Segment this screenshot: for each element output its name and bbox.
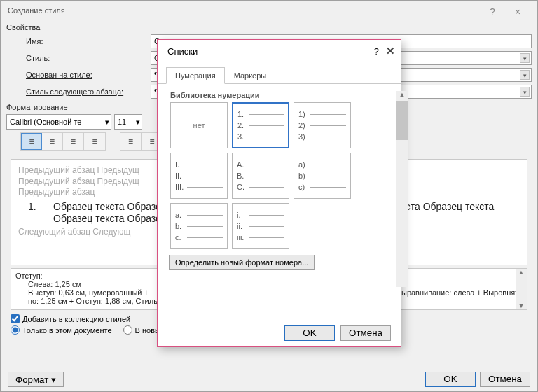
create-style-dialog: Создание стиля ? × Свойства Имя: Стиль: … xyxy=(0,0,538,392)
based-on-label: Основан на стиле: xyxy=(6,71,146,79)
chevron-down-icon: ▾ xyxy=(520,87,530,97)
lists-tabs: Нумерация Маркеры xyxy=(158,66,401,84)
format-menu-button[interactable]: Формат ▾ xyxy=(8,372,64,387)
scope-this-doc-radio[interactable]: Только в этом документе xyxy=(11,326,112,335)
numbering-option-alpha-lower-paren[interactable]: a) b) c) xyxy=(294,153,351,199)
chevron-down-icon: ▾ xyxy=(136,118,140,127)
numbering-option-arabic-paren[interactable]: 1) 2) 3) xyxy=(294,102,351,148)
lists-title: Списки xyxy=(167,46,198,57)
chevron-down-icon: ▾ xyxy=(520,53,530,63)
main-title-text: Создание стиля xyxy=(8,1,65,20)
props-section-label: Свойства xyxy=(1,20,537,33)
numbering-option-arabic-dot[interactable]: 1. 2. 3. xyxy=(232,102,289,148)
align-right-button[interactable]: ≡ xyxy=(63,133,84,150)
align-center-button[interactable]: ≡ xyxy=(42,133,63,150)
desc-scrollbar[interactable]: ▲▼ xyxy=(516,269,527,309)
numbering-grid: нет 1. 2. 3. 1) 2) 3) I. II. III. A. xyxy=(170,102,394,249)
main-help-button[interactable]: ? xyxy=(480,2,505,19)
main-cancel-button[interactable]: Отмена xyxy=(480,372,530,387)
numbering-option-alpha-upper[interactable]: A. B. C. xyxy=(232,153,289,199)
align-left-button[interactable]: ≡ xyxy=(21,133,42,150)
line-spacing-1-button[interactable]: ≡ xyxy=(120,133,142,150)
numbering-library-label: Библиотека нумерации xyxy=(170,91,394,99)
numbering-option-roman-upper[interactable]: I. II. III. xyxy=(170,153,228,199)
numbering-scrollbar[interactable]: ▲ xyxy=(396,91,408,287)
main-close-button[interactable]: × xyxy=(505,2,530,19)
main-titlebar: Создание стиля ? × xyxy=(1,1,537,20)
align-justify-button[interactable]: ≡ xyxy=(84,133,105,150)
size-combo[interactable]: 11 ▾ xyxy=(114,114,142,130)
main-ok-button[interactable]: OK xyxy=(425,372,476,387)
chevron-down-icon: ▾ xyxy=(520,70,530,80)
lists-help-button[interactable]: ? xyxy=(374,46,379,57)
numbering-option-alpha-lower-dot[interactable]: a. b. c. xyxy=(170,203,228,249)
font-combo[interactable]: Calibri (Основной те ▾ xyxy=(6,114,111,130)
define-new-format-button[interactable]: Определить новый формат номера... xyxy=(169,255,315,270)
lists-dialog: Списки ? ✕ Нумерация Маркеры Библиотека … xyxy=(157,39,401,347)
lists-ok-button[interactable]: OK xyxy=(284,326,335,341)
numbering-option-none[interactable]: нет xyxy=(170,102,228,148)
lists-close-button[interactable]: ✕ xyxy=(386,45,395,57)
name-label: Имя: xyxy=(6,37,146,46)
tab-numbering[interactable]: Нумерация xyxy=(166,67,225,84)
lists-cancel-button[interactable]: Отмена xyxy=(340,326,391,341)
tab-bullets[interactable]: Маркеры xyxy=(225,67,276,84)
style-type-label: Стиль: xyxy=(6,54,146,62)
chevron-down-icon: ▾ xyxy=(105,118,109,127)
align-toolbar: ≡ ≡ ≡ ≡ xyxy=(20,132,106,150)
next-para-label: Стиль следующего абзаца: xyxy=(6,88,146,96)
numbering-option-roman-lower[interactable]: i. ii. iii. xyxy=(232,203,289,249)
